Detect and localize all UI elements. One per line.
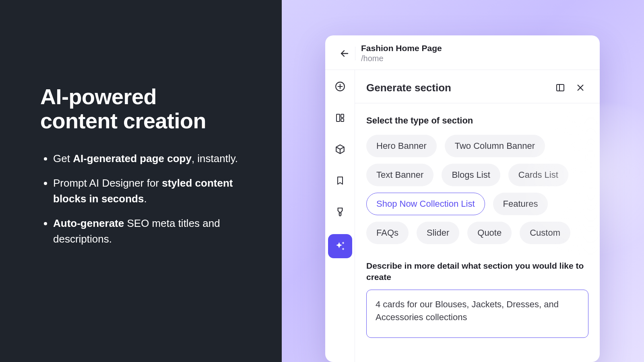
back-button[interactable]: [336, 45, 353, 62]
section-type-label: Select the type of section: [366, 115, 588, 126]
section-type-chip[interactable]: Shop Now Collection List: [366, 193, 485, 215]
app-header: Fashion Home Page /home: [325, 35, 600, 70]
rail-layout[interactable]: [331, 109, 349, 127]
svg-rect-6: [341, 119, 344, 121]
bullet-1: Get AI-generated page copy, instantly.: [53, 151, 258, 167]
section-type-chip[interactable]: Cards List: [508, 164, 568, 186]
section-type-chip[interactable]: FAQs: [366, 222, 409, 244]
svg-rect-7: [557, 84, 564, 91]
add-icon: [335, 81, 345, 92]
marketing-panel: AI-powered content creation Get AI-gener…: [0, 0, 282, 362]
close-button[interactable]: [572, 80, 588, 96]
side-rail: [325, 70, 355, 362]
sparkles-icon: [334, 240, 346, 252]
section-type-chip[interactable]: Two Column Banner: [445, 135, 545, 157]
section-type-chips: Hero BannerTwo Column BannerText BannerB…: [366, 135, 588, 244]
bookmark-icon: [335, 176, 345, 185]
rail-cube[interactable]: [331, 140, 349, 158]
section-type-chip[interactable]: Custom: [520, 222, 570, 244]
panel-header: Generate section: [355, 70, 600, 103]
panel-layout-icon: [555, 83, 565, 93]
headline-line2: content creation: [40, 109, 206, 133]
page-path: /home: [361, 54, 442, 63]
layout-icon: [335, 113, 345, 123]
generate-panel: Generate section Select the type of sect…: [355, 70, 600, 362]
section-type-chip[interactable]: Blogs List: [442, 164, 500, 186]
svg-rect-4: [336, 114, 340, 121]
header-divider: [355, 47, 355, 60]
panel-content: Select the type of section Hero BannerTw…: [355, 103, 600, 338]
marketing-headline: AI-powered content creation: [40, 84, 258, 133]
bullet-3: Auto-generate SEO meta titles and descri…: [53, 216, 258, 247]
section-type-chip[interactable]: Slider: [417, 222, 459, 244]
preview-backdrop: Fashion Home Page /home: [282, 0, 644, 362]
arrow-left-icon: [340, 49, 349, 58]
page-title: Fashion Home Page: [361, 43, 442, 53]
rail-brush[interactable]: [331, 203, 349, 221]
rail-add[interactable]: [331, 77, 349, 96]
page-names: Fashion Home Page /home: [361, 43, 442, 63]
brush-icon: [335, 207, 345, 217]
section-type-chip[interactable]: Features: [493, 193, 548, 215]
prompt-input[interactable]: 4 cards for our Blouses, Jackets, Dresse…: [366, 290, 588, 338]
rail-ai[interactable]: [328, 234, 352, 258]
marketing-bullets: Get AI-generated page copy, instantly. P…: [40, 151, 258, 247]
section-type-chip[interactable]: Quote: [467, 222, 512, 244]
rail-bookmark[interactable]: [331, 171, 349, 190]
panel-title: Generate section: [366, 82, 548, 94]
describe-label: Describe in more detail what section you…: [366, 260, 588, 283]
app-window: Fashion Home Page /home: [325, 35, 600, 362]
headline-line1: AI-powered: [40, 84, 157, 109]
close-icon: [576, 83, 585, 92]
section-type-chip[interactable]: Text Banner: [366, 164, 433, 186]
cube-icon: [335, 144, 345, 154]
bullet-2: Prompt AI Designer for styled content bl…: [53, 175, 258, 207]
svg-rect-5: [341, 114, 344, 117]
section-type-chip[interactable]: Hero Banner: [366, 135, 437, 157]
sidebar-toggle-button[interactable]: [552, 80, 568, 96]
